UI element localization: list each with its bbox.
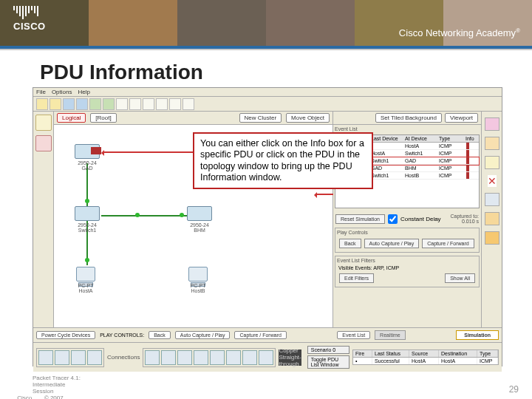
toolbar-paste-icon[interactable] [103, 98, 115, 110]
toolbar-copy-icon[interactable] [89, 98, 101, 110]
conn-phone[interactable] [226, 350, 241, 365]
viewport-button[interactable]: Viewport [445, 113, 478, 123]
simulation-tab[interactable]: Simulation [456, 330, 499, 340]
realtime-tab[interactable]: Realtime [375, 330, 406, 340]
workspace-toolbar: Logical [Root] New Cluster Move Object [54, 112, 332, 125]
link-dot-4 [180, 213, 184, 217]
toolbar-zoomin-icon[interactable] [143, 98, 154, 110]
selected-connection-label: Copper Straight-through [279, 349, 301, 366]
conn-serial[interactable] [259, 350, 273, 365]
device-hosta[interactable]: PC-PT HostA [76, 267, 95, 293]
play-controls-title: Play Controls [337, 230, 477, 235]
connections-label: Connections [107, 354, 140, 361]
toolbar-open-icon[interactable] [50, 98, 61, 110]
menu-help[interactable]: Help [78, 89, 89, 95]
left-tool-2[interactable] [35, 135, 52, 151]
move-object-button[interactable]: Move Object [286, 113, 330, 123]
menubar: File Options Help [33, 88, 502, 97]
bot-auto-button[interactable]: Auto Capture / Play [175, 331, 231, 339]
footer-left-1: Packet Tracer 4.1: [33, 375, 81, 381]
constant-delay-checkbox[interactable] [388, 214, 398, 224]
cisco-logo: CISCO [13, 6, 46, 32]
device-gad-label: 2950-24 GAD [78, 160, 97, 171]
pdu-table-row[interactable]: •SuccessfulHostAHostAICMP [353, 358, 498, 364]
logical-tab[interactable]: Logical [57, 113, 86, 123]
right-tool-strip: ✕ [481, 112, 502, 327]
scenario-select[interactable]: Scenario 0 [307, 346, 349, 354]
device-cat-wireless[interactable] [87, 350, 102, 365]
toolbar-zoomout-icon[interactable] [156, 98, 168, 110]
toolbar-help-icon[interactable] [183, 98, 194, 110]
page-number: 29 [509, 384, 519, 395]
toggle-pdu-list-button[interactable]: Toggle PDU List Window [307, 355, 349, 369]
toolbar-draw-icon[interactable] [169, 98, 181, 110]
toolbar-undo-icon[interactable] [116, 98, 128, 110]
new-cluster-button[interactable]: New Cluster [239, 113, 282, 123]
conn-fiber[interactable] [210, 350, 225, 365]
toolbar-print-icon[interactable] [76, 98, 88, 110]
menu-options[interactable]: Options [52, 89, 72, 95]
filters-title: Event List Filters [337, 258, 477, 263]
link-dot-1 [85, 199, 89, 203]
bot-back-button[interactable]: Back [149, 331, 171, 339]
play-forward-button[interactable]: Capture / Forward [422, 239, 474, 248]
device-cat-switches[interactable] [55, 350, 69, 365]
link-dot-3 [135, 213, 140, 217]
device-bhm[interactable]: 2950-24 BHM [187, 206, 212, 233]
link-dot-2 [85, 258, 89, 262]
menu-file[interactable]: File [36, 89, 46, 95]
toolbar-redo-icon[interactable] [129, 98, 141, 110]
note-tool-icon[interactable] [485, 156, 499, 169]
visible-events-text: Visible Events: ARP, ICMP [337, 265, 477, 271]
footer-left-2: Intermediate [33, 381, 81, 388]
move-tool-icon[interactable] [485, 137, 499, 150]
conn-console[interactable] [161, 350, 176, 365]
main-workspace-row: Logical [Root] New Cluster Move Object 2… [33, 112, 502, 327]
root-breadcrumb[interactable]: [Root] [90, 113, 116, 123]
header-grey-divider [0, 49, 532, 50]
set-tiled-bg-button[interactable]: Set Tiled Background [375, 113, 442, 123]
brand-text: CISCO [13, 21, 46, 32]
play-controls-label: PLAY CONTROLS: [100, 332, 144, 338]
link-switch1-bhm [101, 215, 190, 216]
conn-cross[interactable] [194, 350, 208, 365]
inspect-tool-icon[interactable] [485, 193, 499, 206]
device-cat-hubs[interactable] [71, 350, 86, 365]
instruction-callout: You can either click on the Info box for… [193, 132, 373, 189]
packet-tracer-screenshot: File Options Help Logica [33, 87, 502, 366]
toolbar-new-icon[interactable] [36, 98, 48, 110]
left-tool-1[interactable] [35, 115, 52, 131]
left-tool-strip [33, 112, 54, 327]
show-all-button[interactable]: Show All [445, 273, 475, 283]
conn-auto[interactable] [145, 350, 160, 365]
play-auto-button[interactable]: Auto Capture / Play [364, 239, 420, 248]
delete-tool-icon[interactable]: ✕ [488, 175, 497, 187]
bot-forward-button[interactable]: Capture / Forward [234, 331, 286, 339]
power-cycle-button[interactable]: Power Cycle Devices [36, 331, 95, 339]
add-simple-pdu-icon[interactable] [485, 212, 499, 225]
select-tool-icon[interactable] [485, 117, 499, 131]
pdu-table-header: FireLast StatusSourceDestinationType [353, 350, 498, 358]
conn-copper[interactable] [177, 350, 192, 365]
topology-canvas[interactable]: Logical [Root] New Cluster Move Object 2… [54, 112, 333, 327]
event-list-button[interactable]: Event List [337, 331, 370, 339]
pdu-status-table: FireLast StatusSourceDestinationType •Su… [352, 349, 499, 365]
device-switch1[interactable]: 2950-24 Switch1 [75, 206, 100, 233]
page-title: PDU Information [40, 61, 203, 84]
reset-row: Reset Simulation Constant Delay Captured… [333, 211, 481, 226]
bottom-play-bar: Power Cycle Devices PLAY CONTROLS: Back … [33, 327, 502, 342]
footer-copyright: © 2007 Cisco Systems, Inc. All rights re… [44, 395, 69, 399]
edit-filters-button[interactable]: Edit Filters [339, 273, 374, 283]
add-complex-pdu-icon[interactable] [485, 231, 499, 245]
conn-coax[interactable] [242, 350, 257, 365]
device-cat-routers[interactable] [38, 350, 53, 365]
device-hostb-label: PC-PT HostB [191, 283, 206, 293]
col-type: Type [437, 135, 464, 142]
device-hostb[interactable]: PC-PT HostB [188, 267, 208, 293]
simpanel-topbar: Set Tiled Background Viewport [333, 112, 481, 125]
toolbar-save-icon[interactable] [63, 98, 75, 110]
callout-arrow-to-pdu [103, 151, 193, 153]
captured-to: Captured to:0.010 s [450, 214, 479, 224]
play-back-button[interactable]: Back [339, 239, 361, 248]
reset-simulation-button[interactable]: Reset Simulation [335, 214, 385, 224]
